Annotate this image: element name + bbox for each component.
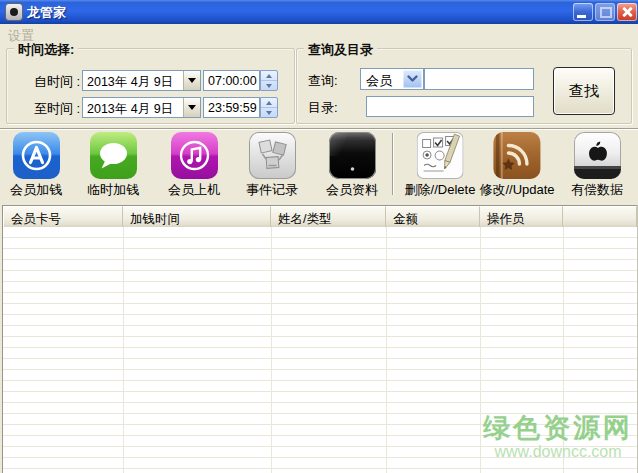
to-time-label: 至时间 : bbox=[34, 100, 80, 118]
column-header-3[interactable]: 姓名/类型 bbox=[271, 206, 386, 228]
notebook-icon bbox=[494, 132, 541, 179]
spin-up-icon[interactable] bbox=[261, 98, 277, 108]
directory-label: 目录: bbox=[308, 99, 338, 117]
spin-up-icon[interactable] bbox=[261, 71, 277, 81]
maximize-button[interactable] bbox=[595, 3, 615, 21]
spin-down-icon[interactable] bbox=[261, 108, 277, 117]
toolbar-button-2[interactable]: 临时加钱 bbox=[87, 132, 139, 199]
to-date-value: 2013年 4月 9日 bbox=[87, 101, 173, 118]
combo-arrow-button[interactable] bbox=[403, 70, 422, 88]
app-window: 龙管家 设置 时间选择: 自时间 : 2013年 4月 9日 07:00:00 … bbox=[0, 0, 638, 473]
column-header-5[interactable]: 操作员 bbox=[480, 206, 563, 228]
toolbar-button-5[interactable]: 会员资料 bbox=[326, 132, 378, 199]
toolbar-button-label: 会员加钱 bbox=[10, 181, 62, 199]
to-time-spinner bbox=[260, 97, 278, 118]
window-title: 龙管家 bbox=[27, 4, 66, 22]
toolbar-button-3[interactable]: 会员上机 bbox=[168, 132, 220, 199]
app-icon bbox=[6, 4, 22, 20]
close-button[interactable] bbox=[617, 3, 637, 21]
toolbar-button-label: 会员上机 bbox=[168, 181, 220, 199]
column-grid-line bbox=[386, 227, 387, 473]
to-date-dropdown-button[interactable] bbox=[183, 98, 200, 117]
table-body bbox=[3, 227, 637, 473]
column-grid-line bbox=[480, 227, 481, 473]
from-date-picker[interactable]: 2013年 4月 9日 bbox=[82, 70, 201, 91]
column-grid-line bbox=[123, 227, 124, 473]
table-header-row: 会员卡号加钱时间姓名/类型金额操作员 bbox=[3, 205, 637, 228]
from-time-spinner bbox=[260, 70, 278, 91]
from-date-value: 2013年 4月 9日 bbox=[87, 74, 173, 91]
toolbar: 会员加钱临时加钱会员上机事件记录会员资料删除//Delete修改//Update… bbox=[0, 132, 638, 200]
to-date-picker[interactable]: 2013年 4月 9日 bbox=[82, 97, 201, 118]
time-group-title: 时间选择: bbox=[14, 41, 78, 59]
search-button[interactable]: 查找 bbox=[553, 67, 615, 115]
from-time-label: 自时间 : bbox=[34, 73, 80, 91]
column-header-4[interactable]: 金额 bbox=[386, 206, 480, 228]
titlebar: 龙管家 bbox=[0, 0, 638, 24]
column-header-2[interactable]: 加钱时间 bbox=[123, 206, 271, 228]
toolbar-button-label: 会员资料 bbox=[326, 181, 378, 199]
column-grid-line bbox=[563, 227, 564, 473]
directory-input[interactable] bbox=[366, 96, 534, 117]
column-header-6[interactable] bbox=[563, 206, 637, 228]
itunes-icon bbox=[171, 132, 218, 179]
toolbar-button-6[interactable]: 删除//Delete bbox=[405, 132, 476, 199]
caret-down-icon bbox=[188, 78, 196, 83]
toolbar-button-label: 删除//Delete bbox=[405, 181, 476, 199]
spin-down-icon[interactable] bbox=[261, 81, 277, 90]
appstore-icon bbox=[13, 132, 60, 179]
horizontal-separator bbox=[0, 128, 638, 130]
toolbar-button-label: 有偿数据 bbox=[571, 181, 623, 199]
toolbar-button-8[interactable]: 有偿数据 bbox=[571, 132, 623, 199]
query-group-title: 查询及目录 bbox=[304, 41, 377, 59]
toolbar-button-4[interactable]: 事件记录 bbox=[246, 132, 298, 199]
query-type-select[interactable]: 会员 bbox=[360, 68, 424, 90]
toolbar-button-label: 修改//Update bbox=[479, 181, 554, 199]
chevron-down-icon bbox=[406, 74, 419, 84]
toolbar-button-label: 事件记录 bbox=[246, 181, 298, 199]
caret-down-icon bbox=[188, 105, 196, 110]
checklist-icon bbox=[417, 132, 464, 179]
toolbar-button-1[interactable]: 会员加钱 bbox=[10, 132, 62, 199]
toolbar-button-label: 临时加钱 bbox=[87, 181, 139, 199]
query-input[interactable] bbox=[424, 68, 534, 90]
query-type-value: 会员 bbox=[366, 72, 392, 90]
minimize-button[interactable] bbox=[573, 3, 593, 21]
to-time-field[interactable]: 23:59:59 bbox=[203, 97, 260, 118]
column-grid-line bbox=[271, 227, 272, 473]
query-label: 查询: bbox=[308, 72, 338, 90]
toolbar-button-7[interactable]: 修改//Update bbox=[479, 132, 554, 199]
messages-icon bbox=[90, 132, 137, 179]
from-date-dropdown-button[interactable] bbox=[183, 71, 200, 90]
iphone-icon bbox=[329, 132, 376, 179]
from-time-field[interactable]: 07:00:00 bbox=[203, 70, 260, 91]
macmini-icon bbox=[574, 132, 621, 179]
column-header-1[interactable]: 会员卡号 bbox=[3, 206, 123, 228]
records-table: 会员卡号加钱时间姓名/类型金额操作员 bbox=[2, 205, 638, 473]
cubes-icon bbox=[249, 132, 296, 179]
